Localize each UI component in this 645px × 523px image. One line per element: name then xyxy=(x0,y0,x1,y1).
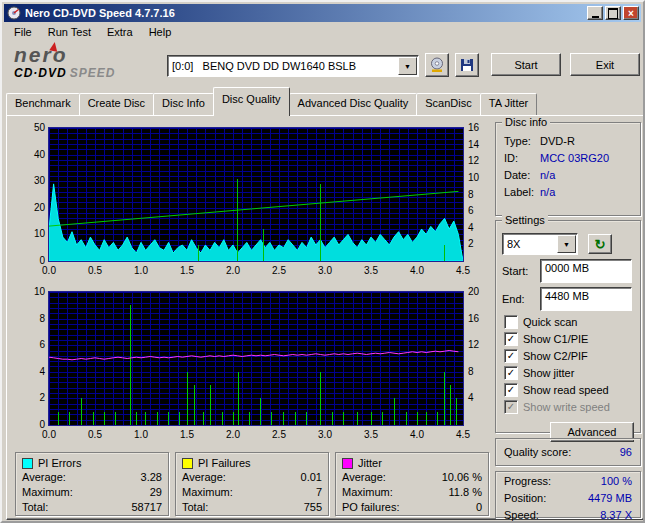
disc-info-row: Label:n/a xyxy=(496,184,640,201)
pi-errors-stats: PI Errors Average:3.28 Maximum:29 Total:… xyxy=(15,452,169,516)
stat-label: PO failures: xyxy=(342,500,399,515)
pi-failures-stats: PI Failures Average:0.01 Maximum:7 Total… xyxy=(175,452,329,516)
stat-label: Maximum: xyxy=(342,485,393,500)
pi-failures-legend-swatch xyxy=(182,458,193,469)
stat-value: 58717 xyxy=(131,500,162,515)
x-axis-tick: 1.5 xyxy=(174,265,200,277)
checkbox-quick-scan[interactable]: Quick scan xyxy=(504,315,632,328)
start-position-field[interactable]: 0000 MB xyxy=(540,259,632,283)
nero-wordmark: nero xyxy=(14,44,164,66)
x-axis-tick: 3.5 xyxy=(358,265,384,277)
y-axis-tick: 30 xyxy=(13,175,45,187)
settings-group-title: Settings xyxy=(502,214,548,226)
tab-ta-jitter[interactable]: TA Jitter xyxy=(480,93,538,115)
tab-benchmark[interactable]: Benchmark xyxy=(6,93,80,115)
flame-icon xyxy=(49,41,58,51)
pi-failures-title: PI Failures xyxy=(198,457,251,469)
refresh-button[interactable]: ↻ xyxy=(588,234,612,254)
y-axis-tick-right: 8 xyxy=(468,366,490,378)
save-button[interactable] xyxy=(455,53,479,77)
drive-select-value: [0:0] BENQ DVD DD DW1640 BSLB xyxy=(168,60,398,72)
x-axis-tick: 2.0 xyxy=(220,265,246,277)
exit-button[interactable]: Exit xyxy=(570,53,640,76)
tab-disc-quality[interactable]: Disc Quality xyxy=(213,87,290,116)
minimize-button[interactable] xyxy=(587,6,603,20)
y-axis-tick-right: 14 xyxy=(468,139,490,151)
checkbox-show-write-speed: ✓Show write speed xyxy=(504,400,632,413)
start-button[interactable]: Start xyxy=(491,53,561,76)
disc-info-group-title: Disc info xyxy=(502,116,550,128)
progress-panel: Progress:100 % Position:4479 MB Speed:8.… xyxy=(495,471,641,518)
y-axis-tick-right: 8 xyxy=(468,189,490,201)
position-value: 4479 MB xyxy=(588,491,632,506)
disc-quality-panel: 010203040502468101214160.00.51.01.52.02.… xyxy=(6,115,645,520)
checkbox-label: Show C1/PIE xyxy=(523,333,588,345)
stat-row: PO failures:0 xyxy=(336,500,488,515)
y-axis-tick-right: 10 xyxy=(468,172,490,184)
scan-speed-value: 8X xyxy=(503,238,557,250)
stat-label: Total: xyxy=(182,500,208,515)
checkbox-label: Show jitter xyxy=(523,367,574,379)
disc-info-label: ID: xyxy=(504,151,540,166)
menu-item-run-test[interactable]: Run Test xyxy=(40,24,99,40)
stat-value: 29 xyxy=(150,485,162,500)
y-axis-tick-right: 4 xyxy=(468,222,490,234)
tab-disc-info[interactable]: Disc Info xyxy=(153,93,214,115)
refresh-icon: ↻ xyxy=(595,237,606,252)
scan-speed-select[interactable]: 8X ▼ xyxy=(502,233,578,255)
checkbox-box xyxy=(504,315,518,329)
progress-value: 100 % xyxy=(601,474,632,489)
speed-row: Speed:8.37 X xyxy=(496,506,640,523)
disc-date-value: n/a xyxy=(540,168,555,183)
checkbox-show-jitter[interactable]: ✓Show jitter xyxy=(504,366,632,379)
y-axis-tick: 10 xyxy=(13,228,45,240)
maximize-button[interactable] xyxy=(605,6,621,20)
chevron-down-icon[interactable]: ▼ xyxy=(557,235,576,253)
checkbox-label: Show write speed xyxy=(523,401,610,413)
stat-label: Maximum: xyxy=(22,485,73,500)
y-axis-tick: 10 xyxy=(13,286,45,298)
disc-type-value: DVD-R xyxy=(540,134,575,149)
stat-value: 755 xyxy=(304,500,322,515)
maximize-icon xyxy=(608,8,618,19)
product-wordmark: CD·DVDSPEED xyxy=(14,66,164,80)
tab-create-disc[interactable]: Create Disc xyxy=(79,93,154,115)
jitter-stats: Jitter Average:10.06 % Maximum:11.8 % PO… xyxy=(335,452,489,516)
x-axis-tick: 4.5 xyxy=(450,429,476,441)
y-axis-tick: 6 xyxy=(13,339,45,351)
pi-errors-plot xyxy=(49,128,463,261)
menu-item-extra[interactable]: Extra xyxy=(99,24,141,40)
menu-item-help[interactable]: Help xyxy=(141,24,180,40)
stat-label: Average: xyxy=(342,470,386,485)
y-axis-tick-right: 12 xyxy=(468,339,490,351)
disc-info-row: ID:MCC 03RG20 xyxy=(496,150,640,167)
disc-id-value: MCC 03RG20 xyxy=(540,151,609,166)
stat-label: Average: xyxy=(182,470,226,485)
close-button[interactable]: × xyxy=(623,6,639,20)
stat-value: 0 xyxy=(476,500,482,515)
start-position-label: Start: xyxy=(502,265,540,277)
quality-score-label: Quality score: xyxy=(504,446,571,458)
tab-strip: Benchmark Create Disc Disc Info Disc Qua… xyxy=(6,93,536,115)
pi-failures-plot xyxy=(49,292,463,425)
checkbox-show-c1-pie[interactable]: ✓Show C1/PIE xyxy=(504,332,632,345)
menu-bar: File Run Test Extra Help xyxy=(4,22,641,41)
tab-advanced-disc-quality[interactable]: Advanced Disc Quality xyxy=(289,93,418,115)
x-axis-tick: 1.0 xyxy=(128,265,154,277)
stat-value: 0.01 xyxy=(301,470,322,485)
disc-info-row: Type:DVD-R xyxy=(496,133,640,150)
checkbox-label: Quick scan xyxy=(523,316,577,328)
x-axis-tick: 1.0 xyxy=(128,429,154,441)
window-title: Nero CD-DVD Speed 4.7.7.16 xyxy=(25,7,585,19)
end-position-field[interactable]: 4480 MB xyxy=(540,287,632,311)
tab-scandisc[interactable]: ScanDisc xyxy=(416,93,480,115)
jitter-legend-swatch xyxy=(342,458,353,469)
y-axis-tick-right: 16 xyxy=(468,122,490,134)
drive-select[interactable]: [0:0] BENQ DVD DD DW1640 BSLB ▼ xyxy=(167,55,419,77)
chevron-down-icon[interactable]: ▼ xyxy=(398,57,417,75)
checkbox-show-read-speed[interactable]: ✓Show read speed xyxy=(504,383,632,396)
quality-score-value: 96 xyxy=(620,446,632,458)
menu-item-file[interactable]: File xyxy=(6,24,40,40)
disc-button[interactable] xyxy=(425,53,449,77)
checkbox-show-c2-pif[interactable]: ✓Show C2/PIF xyxy=(504,349,632,362)
